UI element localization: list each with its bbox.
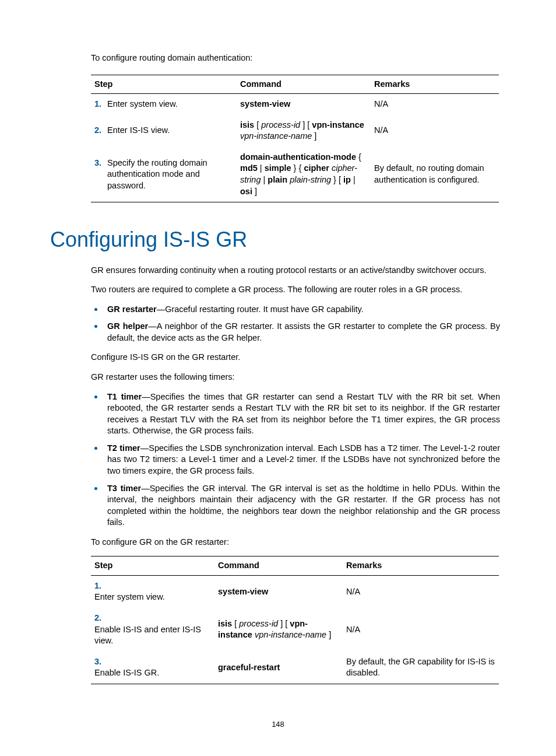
step-number: 3.: [94, 158, 107, 169]
remarks-cell: By default, the GR capability for IS-IS …: [343, 652, 499, 684]
list-item: GR helper—A neighbor of the GR restarter…: [91, 321, 500, 344]
command-cell: system-view: [237, 94, 371, 115]
remarks-cell: N/A: [343, 608, 499, 652]
bullet-list-timers: T1 timer—Specifies the times that GR res…: [91, 391, 500, 528]
th-command: Command: [237, 75, 371, 94]
step-description: Enter system view.: [107, 99, 224, 110]
table-row: 3.Specify the routing domain authenticat…: [91, 147, 499, 202]
remarks-cell: N/A: [371, 115, 499, 147]
th-command: Command: [214, 556, 343, 576]
step-description: Enter IS-IS view.: [107, 125, 224, 136]
list-item: GR restarter—Graceful restarting router.…: [91, 304, 500, 316]
step-number: 2.: [94, 125, 107, 136]
page-number: 148: [56, 719, 500, 730]
paragraph: Configure IS-IS GR on the GR restarter.: [91, 352, 500, 363]
list-item: T2 timer—Specifies the LSDB synchronizat…: [91, 443, 500, 477]
section-heading: Configuring IS-IS GR: [50, 226, 500, 254]
command-cell: graceful-restart: [214, 652, 343, 684]
table-row: 3.Enable IS-IS GR.graceful-restartBy def…: [91, 652, 499, 684]
step-number: 1.: [94, 580, 107, 592]
step-description: Specify the routing domain authenticatio…: [107, 158, 224, 192]
step-number: 1.: [94, 99, 107, 110]
step-description: Enter system view.: [94, 592, 211, 603]
paragraph: To configure GR on the GR restarter:: [91, 537, 500, 548]
remarks-cell: N/A: [343, 575, 499, 608]
config-table-1: Step Command Remarks 1.Enter system view…: [91, 75, 499, 203]
table-row: 2.Enable IS-IS and enter IS-IS view.isis…: [91, 608, 499, 652]
config-table-2: Step Command Remarks 1.Enter system view…: [91, 556, 499, 684]
command-cell: domain-authentication-mode { md5 | simpl…: [237, 147, 371, 202]
th-step: Step: [91, 556, 214, 576]
th-remarks: Remarks: [371, 75, 499, 94]
th-step: Step: [91, 75, 237, 94]
list-item: T3 timer—Specifies the GR interval. The …: [91, 483, 500, 528]
table-row: 1.Enter system view.system-viewN/A: [91, 575, 499, 608]
step-description: Enable IS-IS GR.: [94, 667, 211, 679]
paragraph: GR ensures forwarding continuity when a …: [91, 265, 500, 276]
table1-body: 1.Enter system view.system-viewN/A2.Ente…: [91, 94, 499, 202]
remarks-cell: By default, no routing domain authentica…: [371, 147, 499, 202]
paragraph: GR restarter uses the following timers:: [91, 372, 500, 383]
step-number: 3.: [94, 656, 107, 668]
command-cell: system-view: [214, 575, 343, 608]
command-cell: isis [ process-id ] [ vpn-instance vpn-i…: [237, 115, 371, 147]
table-row: 2.Enter IS-IS view.isis [ process-id ] […: [91, 115, 499, 147]
paragraph: Two routers are required to complete a G…: [91, 284, 500, 296]
table2-body: 1.Enter system view.system-viewN/A2.Enab…: [91, 575, 499, 684]
table-row: 1.Enter system view.system-viewN/A: [91, 94, 499, 115]
intro-text-1: To configure routing domain authenticati…: [91, 52, 500, 64]
th-remarks: Remarks: [343, 556, 499, 576]
command-cell: isis [ process-id ] [ vpn-instance vpn-i…: [214, 608, 343, 652]
step-description: Enable IS-IS and enter IS-IS view.: [94, 624, 211, 647]
list-item: T1 timer—Specifies the times that GR res…: [91, 391, 500, 437]
step-number: 2.: [94, 612, 107, 624]
remarks-cell: N/A: [371, 94, 499, 115]
bullet-list-roles: GR restarter—Graceful restarting router.…: [91, 304, 500, 344]
